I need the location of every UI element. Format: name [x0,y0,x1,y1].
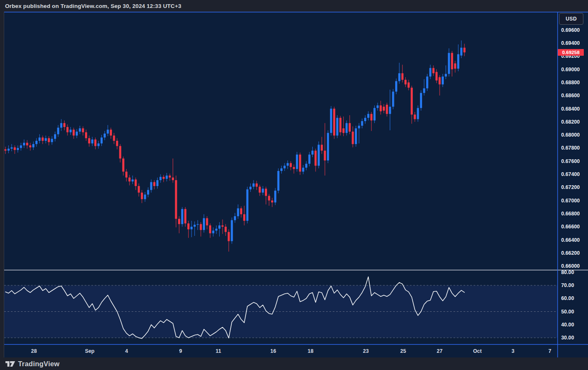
time-axis[interactable] [4,344,557,357]
chart-canvas[interactable]: 0.696000.694000.692000.690000.688000.686… [0,0,588,370]
currency-toggle-button[interactable]: USD [559,13,583,25]
tradingview-snapshot: Orbex published on TradingView.com, Sep … [0,0,588,370]
footer-bar: TradingView [0,357,588,370]
tradingview-brand[interactable]: TradingView [18,360,60,368]
publish-bar: Orbex published on TradingView.com, Sep … [0,0,588,12]
tradingview-logo-icon[interactable] [5,360,15,368]
chart-left-gutter [0,12,4,357]
last-price-label: 0.69258 [558,49,584,56]
publish-text: Orbex published on TradingView.com, Sep … [5,3,181,9]
price-axis[interactable] [558,12,588,344]
